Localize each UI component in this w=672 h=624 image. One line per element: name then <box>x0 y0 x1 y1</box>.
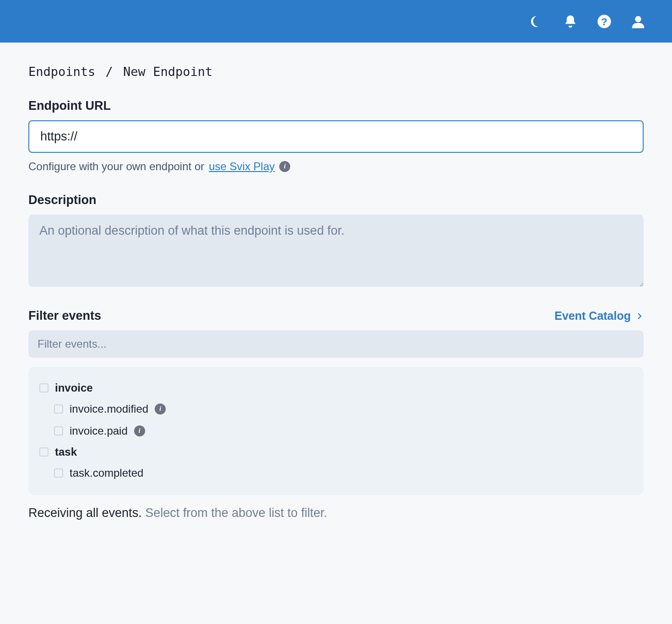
event-group-label: task <box>55 446 77 458</box>
event-item-invoice-paid[interactable]: invoice.paid i <box>38 420 634 442</box>
svg-text:?: ? <box>601 16 607 27</box>
event-item-label: invoice.modified <box>70 403 148 415</box>
event-item-task-completed[interactable]: task.completed <box>38 462 634 484</box>
breadcrumb-current: New Endpoint <box>123 65 212 79</box>
info-icon[interactable]: i <box>279 161 290 172</box>
breadcrumb-separator: / <box>106 65 113 79</box>
footer-muted: Select from the above list to filter. <box>145 506 327 520</box>
event-catalog-link[interactable]: Event Catalog <box>554 309 644 323</box>
checkbox[interactable] <box>54 404 63 414</box>
theme-toggle-icon[interactable] <box>529 14 544 29</box>
events-panel: invoice invoice.modified i invoice.paid … <box>28 367 644 495</box>
notifications-icon[interactable] <box>563 14 578 29</box>
endpoint-url-input[interactable] <box>28 120 644 153</box>
event-catalog-text: Event Catalog <box>554 309 631 323</box>
breadcrumb: Endpoints / New Endpoint <box>28 65 644 79</box>
filter-events-label: Filter events <box>28 309 101 323</box>
description-label: Description <box>28 193 644 207</box>
description-textarea[interactable] <box>28 215 644 287</box>
filter-events-input[interactable] <box>28 330 644 358</box>
help-icon[interactable]: ? <box>597 14 612 29</box>
footer-strong: Receiving all events. <box>28 506 142 520</box>
svg-point-2 <box>635 16 641 22</box>
event-group-label: invoice <box>55 382 93 394</box>
chevron-right-icon <box>635 312 644 320</box>
event-item-label: invoice.paid <box>70 425 128 437</box>
main-content: Endpoints / New Endpoint Endpoint URL Co… <box>0 43 672 538</box>
breadcrumb-root[interactable]: Endpoints <box>28 65 95 79</box>
endpoint-url-helper: Configure with your own endpoint or use … <box>28 160 644 173</box>
info-icon[interactable]: i <box>134 425 145 436</box>
helper-prefix-text: Configure with your own endpoint or <box>28 160 204 173</box>
filter-footer-text: Receiving all events. Select from the ab… <box>28 506 644 538</box>
checkbox[interactable] <box>39 447 49 457</box>
app-header: ? <box>0 0 672 43</box>
user-icon[interactable] <box>631 14 645 29</box>
event-item-label: task.completed <box>70 467 143 479</box>
checkbox[interactable] <box>39 383 49 393</box>
info-icon[interactable]: i <box>155 403 166 414</box>
checkbox[interactable] <box>54 426 63 436</box>
endpoint-url-label: Endpoint URL <box>28 99 644 113</box>
svix-play-link[interactable]: use Svix Play <box>209 160 275 173</box>
event-item-invoice-modified[interactable]: invoice.modified i <box>38 398 634 420</box>
event-group-task[interactable]: task <box>38 442 634 462</box>
event-group-invoice[interactable]: invoice <box>38 378 634 398</box>
checkbox[interactable] <box>54 468 63 478</box>
